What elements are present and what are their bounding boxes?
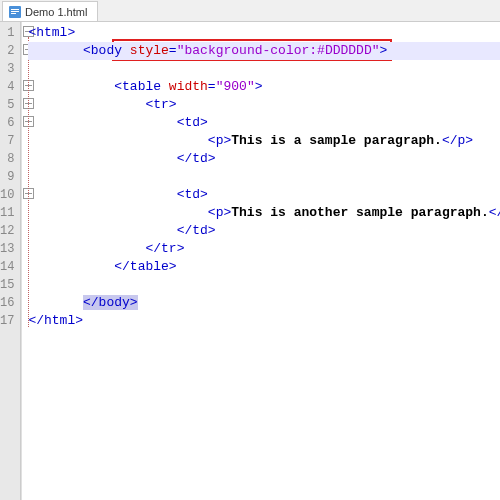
line-number: 13 xyxy=(0,240,14,258)
line-number: 15 xyxy=(0,276,14,294)
code-line: <html> xyxy=(28,24,500,42)
svg-rect-2 xyxy=(11,11,19,12)
code-line: <body style="background-color:#DDDDDD"> xyxy=(28,42,500,60)
code-line: </body> xyxy=(28,294,500,312)
line-number: 11 xyxy=(0,204,14,222)
line-number: 16 xyxy=(0,294,14,312)
code-line: </html> xyxy=(28,312,500,330)
line-number: 2 xyxy=(0,42,14,60)
svg-rect-3 xyxy=(11,13,16,14)
file-icon xyxy=(9,6,21,18)
code-line: </td> xyxy=(28,150,500,168)
line-number: 7 xyxy=(0,132,14,150)
line-number-gutter: 1 2 3 4 5 6 7 8 9 10 11 12 13 14 15 16 1… xyxy=(0,22,21,500)
svg-rect-1 xyxy=(11,9,19,10)
code-line: <table width="900"> xyxy=(28,78,500,96)
line-number: 6 xyxy=(0,114,14,132)
code-line xyxy=(28,276,500,294)
tab-filename: Demo 1.html xyxy=(25,6,87,18)
line-number: 12 xyxy=(0,222,14,240)
line-number: 8 xyxy=(0,150,14,168)
code-line: </tr> xyxy=(28,240,500,258)
code-line: <p>This is a sample paragraph.</p> xyxy=(28,132,500,150)
code-line: <td> xyxy=(28,114,500,132)
tab-bar: Demo 1.html xyxy=(0,0,500,22)
line-number: 17 xyxy=(0,312,14,330)
line-number: 1 xyxy=(0,24,14,42)
code-line xyxy=(28,168,500,186)
line-number: 3 xyxy=(0,60,14,78)
code-area[interactable]: <html> <body style="background-color:#DD… xyxy=(22,22,500,500)
code-line: <p>This is another sample paragraph.</p xyxy=(28,204,500,222)
code-editor[interactable]: 1 2 3 4 5 6 7 8 9 10 11 12 13 14 15 16 1… xyxy=(0,22,500,500)
line-number: 5 xyxy=(0,96,14,114)
code-line: <tr> xyxy=(28,96,500,114)
code-line xyxy=(28,60,500,78)
line-number: 4 xyxy=(0,78,14,96)
line-number: 14 xyxy=(0,258,14,276)
line-number: 10 xyxy=(0,186,14,204)
code-line: </table> xyxy=(28,258,500,276)
file-tab[interactable]: Demo 1.html xyxy=(2,1,98,21)
code-line: </td> xyxy=(28,222,500,240)
line-number: 9 xyxy=(0,168,14,186)
code-line: <td> xyxy=(28,186,500,204)
